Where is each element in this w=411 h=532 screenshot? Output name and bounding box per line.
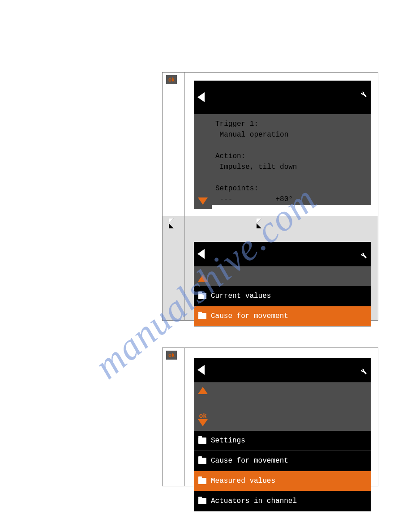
menu-item-actuators[interactable]: Actuators in channel [194,491,371,511]
screen2-date: 01.01.2009 [208,245,251,254]
folder-icon [198,293,206,299]
device-screen-2: 01.01.2009 12:00 Channel 1 Current value… [194,242,371,313]
back-icon[interactable] [197,249,205,259]
screen3-navcol: ok [194,382,212,431]
menu-item-label: Cause for movement [211,312,288,320]
menu-item-label: Current values [211,292,271,300]
screen1-header: 01.01.2009 12:00 Ven. blind living ro om [194,81,371,114]
menu-item-label: Cause for movement [211,457,288,465]
screen2-menu: Current values Cause for movement [194,266,371,326]
down-arrow-icon[interactable] [198,197,208,205]
ok-indicator: ok [199,412,206,419]
menu-item-measured-values[interactable]: Measured values [194,471,371,491]
menu-item-label: Actuators in channel [211,497,297,505]
screen2-time: 12:00 [334,245,355,254]
back-icon[interactable] [197,92,205,102]
ok-button-top[interactable]: ok [166,75,177,84]
screen1-time: 12:00 [334,83,355,93]
screen3-header: 01.01.2009 12:00 Channel 1 [194,358,371,382]
screen3-menu: ok Settings Cause for movement Measured … [194,382,371,511]
folder-icon [198,498,206,504]
down-arrow-icon[interactable] [198,419,208,426]
menu-item-label: Settings [211,437,245,445]
settings-icon[interactable] [359,251,367,259]
screen1-body-row: Trigger 1: Manual operation Action: Impu… [194,114,371,209]
back-flag-icon-mid[interactable] [257,219,261,228]
screen3-date: 01.01.2009 [208,360,251,370]
screen2-navcol [194,266,212,286]
screen1-body: Trigger 1: Manual operation Action: Impu… [212,114,371,209]
back-icon[interactable] [197,365,205,375]
screen2-title: Channel 1 [208,254,355,263]
settings-icon[interactable] [359,90,367,98]
folder-icon [198,313,206,319]
back-flag-icon-left[interactable] [169,219,174,228]
ok-button-bottom[interactable]: ok [166,351,177,360]
folder-icon [198,438,206,444]
screen1-header-text: 01.01.2009 12:00 Ven. blind living ro om [208,83,355,111]
screen1-navcol [194,114,212,209]
menu-item-cause-for-movement[interactable]: Cause for movement [194,451,371,471]
screen1-title-line1: Ven. blind living ro [208,93,355,102]
up-arrow-icon[interactable] [198,387,208,394]
menu-item-settings[interactable]: Settings [194,431,371,451]
screen1-date: 01.01.2009 [208,83,251,93]
menu-item-label: Measured values [211,477,275,485]
figure-box-1: ok 01.01.2009 12:00 Ven. blind living ro… [162,72,378,321]
menu-item-cause-for-movement[interactable]: Cause for movement [194,306,371,326]
side-stripe-1 [163,73,185,216]
screen3-header-text: 01.01.2009 12:00 Channel 1 [208,360,355,379]
screen3-title: Channel 1 [208,370,355,379]
device-screen-1: 01.01.2009 12:00 Ven. blind living ro om… [194,81,371,205]
side-stripe-2 [163,216,185,320]
screen3-items: Settings Cause for movement Measured val… [194,431,371,511]
screen3-time: 12:00 [334,360,355,370]
up-arrow-icon[interactable] [198,275,208,282]
screen2-items: Current values Cause for movement [194,286,371,326]
folder-icon [198,458,206,464]
screen2-header-text: 01.01.2009 12:00 Channel 1 [208,245,355,263]
device-screen-3: 01.01.2009 12:00 Channel 1 ok Settings [194,358,371,474]
screen1-title-line2: om [208,102,355,112]
settings-icon[interactable] [359,367,367,375]
folder-icon [198,478,206,484]
side-stripe-3 [163,348,185,486]
screen2-header: 01.01.2009 12:00 Channel 1 [194,242,371,266]
figure-box-2: ok 01.01.2009 12:00 Channel 1 ok [162,348,378,486]
menu-item-current-values[interactable]: Current values [194,286,371,306]
